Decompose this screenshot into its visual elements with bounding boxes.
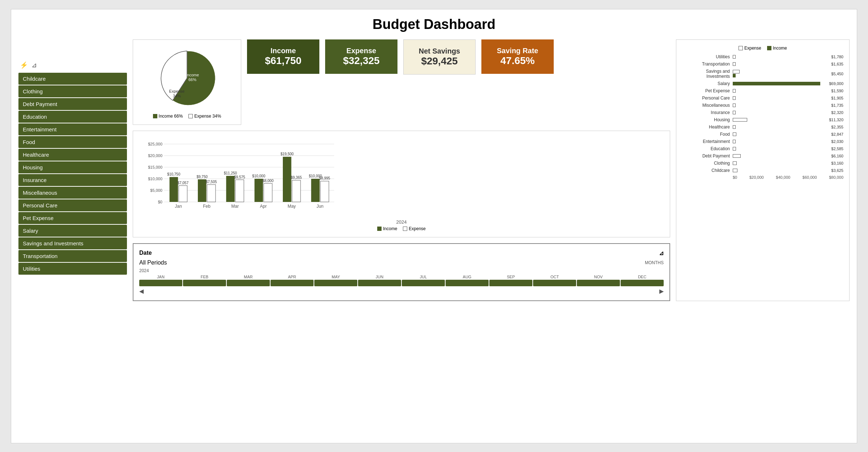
hbar-income-legend-box bbox=[767, 46, 771, 50]
expense-legend-box bbox=[188, 114, 193, 118]
right-panel: Expense Income Utilities$1,780Transporta… bbox=[676, 39, 850, 301]
filter-icon[interactable]: ⊿ bbox=[31, 61, 37, 69]
hbar-row: Insurance$2,320 bbox=[682, 110, 843, 115]
svg-text:$15,000: $15,000 bbox=[148, 165, 162, 169]
sidebar-item[interactable]: Insurance bbox=[18, 174, 127, 186]
svg-rect-23 bbox=[207, 184, 216, 202]
hbar-value-label: $69,000 bbox=[827, 81, 843, 86]
svg-text:$7,057: $7,057 bbox=[178, 181, 189, 185]
hbar-row: Pet Expense$1,590 bbox=[682, 88, 843, 93]
month-bar[interactable] bbox=[402, 280, 445, 286]
date-nav-prev[interactable]: ◀ bbox=[139, 288, 144, 295]
chart-year-label: 2024 bbox=[139, 219, 664, 225]
hbar-row: Debt Payment$6,160 bbox=[682, 153, 843, 159]
hbar-income-legend-label: Income bbox=[773, 46, 787, 51]
bar-income-legend-label: Income bbox=[383, 226, 397, 231]
sidebar-item[interactable]: Miscellaneous bbox=[18, 187, 127, 199]
svg-text:Feb: Feb bbox=[203, 204, 210, 209]
date-filter-funnel-icon[interactable]: ⊿ bbox=[659, 250, 664, 257]
sidebar-item[interactable]: Housing bbox=[18, 161, 127, 173]
saving-rate-label: Saving Rate bbox=[492, 47, 543, 55]
sidebar-items-container: ChildcareClothingDebt PaymentEducationEn… bbox=[18, 73, 127, 275]
date-filter-nav: ◀ ▶ bbox=[139, 288, 664, 295]
month-bar[interactable] bbox=[446, 280, 489, 286]
sidebar-item[interactable]: Education bbox=[18, 111, 127, 123]
month-bar[interactable] bbox=[621, 280, 664, 286]
sidebar-item[interactable]: Healthcare bbox=[18, 149, 127, 161]
month-bar[interactable] bbox=[577, 280, 620, 286]
hbar-row-label: Entertainment bbox=[682, 139, 733, 144]
sidebar-item[interactable]: Entertainment bbox=[18, 123, 127, 135]
svg-text:66%: 66% bbox=[188, 77, 196, 82]
month-bar[interactable] bbox=[227, 280, 270, 286]
svg-text:$20,000: $20,000 bbox=[148, 153, 162, 158]
hbar-value-label: $2,320 bbox=[830, 110, 843, 115]
income-card-label: Income bbox=[258, 47, 309, 55]
hbar-income-bar bbox=[733, 82, 820, 85]
month-label: MAR bbox=[244, 275, 252, 279]
pie-chart-svg: Income 66% Expense 34% bbox=[151, 46, 223, 111]
sidebar-item[interactable]: Personal Care bbox=[18, 199, 127, 211]
sidebar-item[interactable]: Salary bbox=[18, 225, 127, 237]
hbar-expense-bar bbox=[733, 132, 736, 136]
month-bar[interactable] bbox=[358, 280, 401, 286]
hbar-row-label: Clothing bbox=[682, 161, 733, 166]
sidebar-item[interactable]: Clothing bbox=[18, 85, 127, 97]
month-bar[interactable] bbox=[489, 280, 532, 286]
svg-text:$8,000: $8,000 bbox=[263, 178, 274, 182]
income-legend-label: Income 66% bbox=[159, 114, 183, 119]
svg-text:$10,000: $10,000 bbox=[252, 174, 265, 178]
bar-income-legend: Income bbox=[377, 226, 397, 231]
hbar-row-label: Housing bbox=[682, 117, 733, 122]
sidebar: ⚡ ⊿ ChildcareClothingDebt PaymentEducati… bbox=[18, 61, 127, 301]
main-layout: ⚡ ⊿ ChildcareClothingDebt PaymentEducati… bbox=[18, 39, 850, 301]
sidebar-icons: ⚡ ⊿ bbox=[18, 61, 127, 69]
sidebar-item[interactable]: Utilities bbox=[18, 263, 127, 275]
hbar-row-label: Education bbox=[682, 146, 733, 151]
month-bar[interactable] bbox=[139, 280, 182, 286]
hbar-value-label: $1,780 bbox=[830, 55, 843, 59]
hbar-row-label: Transportation bbox=[682, 62, 733, 67]
bar-chart-container: $0$5,000$10,000$15,000$20,000$25,000$10,… bbox=[139, 137, 664, 218]
month-bar[interactable] bbox=[533, 280, 576, 286]
hbar-value-label: $3,160 bbox=[830, 161, 843, 165]
date-months-row: JANFEBMARAPRMAYJUNJULAUGSEPOCTNOVDEC bbox=[139, 275, 664, 286]
hbar-bars bbox=[733, 82, 827, 85]
sidebar-item[interactable]: Transportation bbox=[18, 250, 127, 262]
bar-legend: Income Expense bbox=[139, 226, 664, 231]
date-filter-months-label: MONTHS bbox=[645, 260, 664, 265]
date-nav-next[interactable]: ▶ bbox=[659, 288, 664, 295]
hbar-row: Clothing$3,160 bbox=[682, 161, 843, 166]
month-label: DEC bbox=[638, 275, 646, 279]
date-filter-title: Date ⊿ bbox=[139, 250, 664, 257]
hbar-bars bbox=[733, 111, 830, 114]
svg-text:$11,250: $11,250 bbox=[224, 171, 237, 175]
sidebar-item[interactable]: Savings and Investments bbox=[18, 237, 127, 249]
hbar-expense-bar bbox=[733, 104, 736, 107]
hbar-legend: Expense Income bbox=[682, 46, 843, 51]
sort-icon[interactable]: ⚡ bbox=[20, 61, 28, 69]
sidebar-item[interactable]: Debt Payment bbox=[18, 98, 127, 110]
svg-text:$0: $0 bbox=[158, 200, 162, 204]
hbar-row: Housing$11,320 bbox=[682, 117, 843, 122]
sidebar-item[interactable]: Food bbox=[18, 136, 127, 148]
hbar-bars bbox=[733, 125, 830, 129]
month-bar[interactable] bbox=[183, 280, 226, 286]
hbar-bars bbox=[733, 104, 830, 107]
month-label: JUN bbox=[376, 275, 383, 279]
hbar-value-label: $1,590 bbox=[830, 89, 843, 93]
month-bar[interactable] bbox=[314, 280, 357, 286]
hbar-expense-bar bbox=[733, 125, 736, 129]
hbar-value-label: $1,905 bbox=[830, 96, 843, 100]
hbar-row-label: Insurance bbox=[682, 110, 733, 115]
net-savings-label: Net Savings bbox=[414, 47, 464, 55]
month-bar[interactable] bbox=[271, 280, 314, 286]
svg-rect-28 bbox=[235, 179, 244, 202]
svg-text:$8,995: $8,995 bbox=[319, 176, 330, 180]
hbar-axis-40k: $40,000 bbox=[776, 175, 790, 179]
sidebar-item[interactable]: Pet Expense bbox=[18, 212, 127, 224]
sidebar-item[interactable]: Childcare bbox=[18, 73, 127, 85]
hbar-row: Utilities$1,780 bbox=[682, 54, 843, 59]
hbar-rows-container: Utilities$1,780Transportation$1,635Savin… bbox=[682, 54, 843, 173]
hbar-value-label: $2,585 bbox=[830, 147, 843, 151]
